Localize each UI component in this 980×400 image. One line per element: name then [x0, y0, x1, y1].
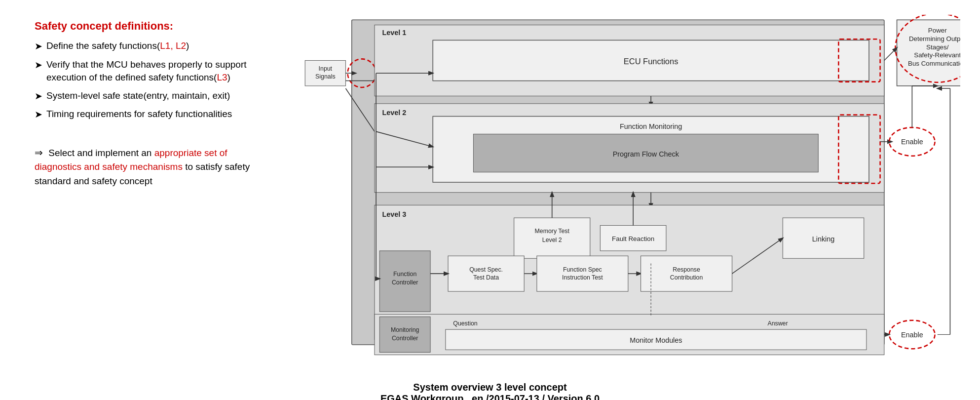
svg-rect-47 [448, 256, 524, 291]
svg-text:Determining Output: Determining Output [909, 35, 960, 42]
svg-text:Level 2: Level 2 [382, 109, 406, 117]
svg-line-20 [884, 48, 897, 61]
bullet-text-4: Timing requirements for safety functiona… [46, 108, 232, 121]
svg-text:Bus Communication: Bus Communication [908, 60, 960, 67]
bullet-arrow: ➤ [35, 40, 42, 53]
svg-text:Enable: Enable [901, 138, 923, 146]
svg-text:Contribution: Contribution [670, 274, 703, 281]
svg-text:Function Monitoring: Function Monitoring [620, 122, 682, 130]
main-content: Safety concept definitions: ➤ Define the… [0, 0, 980, 377]
svg-text:Controller: Controller [392, 335, 418, 342]
svg-text:Quest Spec.: Quest Spec. [469, 266, 503, 273]
bullet-text-3: System-level safe state(entry, maintain,… [46, 89, 230, 103]
bullet-arrow: ➤ [35, 90, 42, 103]
bullet-text-1: Define the safety functions(L1, L2) [46, 40, 189, 53]
diagram-svg: Power Determining Output Stages/ Safety-… [301, 15, 960, 360]
svg-text:Response: Response [673, 266, 700, 273]
footer: System overview 3 level concept EGAS Wor… [0, 377, 980, 400]
footer-line1: System overview 3 level concept [0, 382, 980, 393]
svg-text:Power: Power [928, 27, 947, 34]
safety-title: Safety concept definitions: [35, 20, 276, 33]
svg-text:Stages/: Stages/ [926, 43, 949, 51]
svg-text:Input: Input [319, 65, 333, 72]
svg-text:Instruction Test: Instruction Test [562, 274, 603, 281]
svg-text:ECU Functions: ECU Functions [624, 57, 678, 66]
bullet-list: ➤ Define the safety functions(L1, L2) ➤ … [35, 40, 276, 126]
svg-text:Level 2: Level 2 [542, 237, 562, 243]
bullet-arrow: ➤ [35, 108, 42, 121]
svg-text:Fault Reaction: Fault Reaction [612, 235, 654, 242]
imply-section: ⇒ Select and implement an appropriate se… [35, 145, 276, 189]
highlight-l1l2: L1, L2 [160, 40, 186, 51]
svg-text:Monitor Modules: Monitor Modules [630, 336, 682, 344]
svg-text:Question: Question [453, 320, 477, 327]
svg-text:Answer: Answer [767, 320, 788, 327]
imply-arrow: ⇒ [35, 147, 43, 158]
svg-text:Controller: Controller [392, 279, 418, 286]
svg-text:Safety-Relevant: Safety-Relevant [914, 51, 960, 59]
list-item: ➤ Timing requirements for safety functio… [35, 108, 276, 121]
svg-text:Memory Test: Memory Test [535, 228, 570, 235]
list-item: ➤ Verify that the MCU behaves properly t… [35, 58, 276, 84]
bullet-arrow: ➤ [35, 59, 42, 72]
left-panel: Safety concept definitions: ➤ Define the… [15, 10, 291, 367]
diagram-area: Power Determining Output Stages/ Safety-… [301, 15, 960, 362]
imply-text: Select and implement an appropriate set … [35, 148, 250, 186]
svg-rect-55 [641, 256, 732, 291]
svg-text:Function: Function [393, 271, 416, 278]
right-panel: Power Determining Output Stages/ Safety-… [291, 10, 965, 367]
highlight-l3: L3 [217, 72, 227, 82]
bullet-text-2: Verify that the MCU behaves properly to … [46, 58, 276, 84]
svg-text:Signals: Signals [315, 73, 335, 80]
list-item: ➤ System-level safe state(entry, maintai… [35, 89, 276, 103]
svg-text:Test Data: Test Data [473, 274, 499, 281]
svg-text:Enable: Enable [901, 331, 923, 339]
imply-highlight: appropriate set of diagnostics and safet… [35, 148, 227, 172]
svg-text:Monitoring: Monitoring [391, 326, 419, 333]
svg-text:Function Spec: Function Spec [563, 266, 602, 273]
footer-line2: EGAS Workgroup _en /2015-07-13 / Version… [0, 393, 980, 400]
svg-text:Linking: Linking [812, 235, 835, 243]
svg-rect-51 [537, 256, 628, 291]
svg-text:Program Flow Check: Program Flow Check [613, 150, 679, 158]
list-item: ➤ Define the safety functions(L1, L2) [35, 40, 276, 53]
svg-text:Level 1: Level 1 [382, 29, 406, 37]
svg-text:Level 3: Level 3 [382, 210, 406, 218]
